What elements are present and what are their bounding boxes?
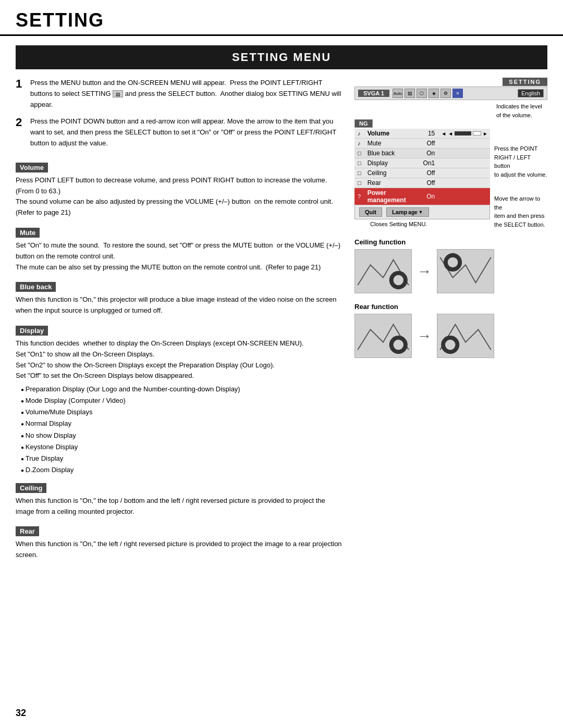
menu-bar-volume: ◄ ◄ ► (438, 129, 490, 139)
page-title: SETTING (16, 9, 547, 31)
annotation-level-row: Indicates the levelof the volume. (354, 101, 547, 119)
display-bullet-list: Preparation Display (Our Logo and the Nu… (21, 384, 344, 476)
lamp-button[interactable]: Lamp age ▼ (386, 207, 429, 217)
bullet-noshow: No show Display (21, 430, 344, 441)
menu-row-display: □ Display On1 (354, 158, 490, 168)
menu-icon-display: □ (354, 158, 364, 168)
menu-name-display: Display (364, 158, 420, 168)
ceiling-arrow: → (417, 263, 432, 280)
menu-icon-mute: ♪ (354, 139, 364, 149)
quit-button[interactable]: Quit (359, 207, 382, 217)
mute-section: Mute Set "On" to mute the sound. To rest… (16, 220, 344, 273)
menu-icon-ceiling: □ (354, 168, 364, 178)
menu-name-rear: Rear (364, 178, 420, 188)
setting-menu-title: SETTING MENU (16, 45, 547, 69)
display-section: Display This function decides whether to… (16, 318, 344, 476)
menu-and-annotations: ♪ Volume 15 ◄ ◄ ► (354, 129, 547, 229)
bullet-keystone: Keystone Display (21, 441, 344, 453)
menu-name-ceiling: Ceiling (364, 168, 420, 178)
volume-body: Press POINT LEFT button to decrease volu… (16, 175, 344, 218)
menu-icon-rear: □ (354, 178, 364, 188)
ceiling-before-image (354, 249, 412, 293)
menu-table: ♪ Volume 15 ◄ ◄ ► (354, 129, 490, 205)
blue-back-label: Blue back (16, 282, 56, 292)
toolbar-source: SVGA 1 (358, 90, 389, 97)
menu-value-blueback: On (420, 149, 438, 158)
blue-back-section: Blue back When this function is "On," th… (16, 275, 344, 316)
rear-after-svg (437, 314, 494, 357)
rear-body: When this function is "On," the left / r… (16, 539, 344, 561)
left-column: 1 Press the MENU button and the ON-SCREE… (16, 78, 344, 563)
toolbar-icon-auto: Auto (393, 89, 403, 98)
step-2: 2 Press the POINT DOWN button and a red-… (16, 116, 344, 149)
menu-name-blueback: Blue back (364, 149, 420, 158)
ceiling-label: Ceiling (16, 483, 46, 493)
menu-value-ceiling: Off (420, 168, 438, 178)
volume-bar: ◄ ◄ ► (441, 131, 488, 137)
menu-empty-blueback (438, 149, 490, 158)
svg-rect-3 (437, 250, 493, 293)
vol-empty (473, 131, 481, 135)
vol-fill (455, 131, 471, 135)
menu-value-display: On1 (420, 158, 438, 168)
rear-function-section: Rear function → (354, 303, 547, 358)
ceiling-before-svg (355, 250, 411, 293)
closes-setting-menu: Closes Setting MENU. (370, 221, 490, 227)
menu-empty-mute (438, 139, 490, 149)
display-body: This function decides whether to display… (16, 338, 344, 381)
annotation-level-text: Indicates the levelof the volume. (496, 101, 542, 119)
display-label: Display (16, 326, 48, 336)
volume-section: Volume Press POINT LEFT button to decrea… (16, 155, 344, 218)
menu-row-power: ? Power management On (354, 188, 490, 205)
vol-arrow-left2: ◄ (448, 131, 453, 137)
annotation-level-spacer (354, 101, 496, 119)
menu-table-container: ♪ Volume 15 ◄ ◄ ► (354, 129, 490, 227)
annotation-adjust-text: Press the POINT RIGHT / LEFT button to a… (494, 144, 547, 179)
main-content: 1 Press the MENU button and the ON-SCREE… (0, 78, 563, 563)
toolbar-icon-4: ⚙ (440, 89, 451, 98)
menu-icon-volume: ♪ (354, 129, 364, 139)
svg-point-8 (394, 340, 404, 350)
step-2-text: Press the POINT DOWN button and a red-ar… (30, 116, 344, 149)
volume-label: Volume (16, 163, 48, 172)
step-2-number: 2 (16, 116, 26, 149)
rear-arrow: → (417, 328, 432, 344)
bullet-mode: Mode Display (Computer / Video) (21, 395, 344, 406)
toolbar-icon-3: ◈ (429, 89, 439, 98)
page-header: SETTING (0, 0, 563, 36)
rear-before-svg (355, 314, 411, 357)
menu-value-mute: Off (420, 139, 438, 149)
menu-icon-power: ? (354, 188, 364, 205)
menu-bottom-buttons: Quit Lamp age ▼ (354, 205, 490, 219)
menu-row-ceiling: □ Ceiling Off (354, 168, 490, 178)
menu-name-volume: Volume (364, 129, 420, 139)
menu-value-rear: Off (420, 178, 438, 188)
bullet-true: True Display (21, 453, 344, 464)
menu-row-blueback: □ Blue back On (354, 149, 490, 158)
menu-empty-power (438, 188, 490, 205)
menu-row-rear: □ Rear Off (354, 178, 490, 188)
step-1-text: Press the MENU button and the ON-SCREEN … (30, 78, 344, 110)
toolbar-lang: English (518, 89, 544, 97)
svg-point-11 (445, 340, 456, 350)
step-1: 1 Press the MENU button and the ON-SCREE… (16, 78, 344, 110)
annotation-adjust: Press the POINT RIGHT / LEFT button to a… (490, 129, 547, 229)
menu-name-power: Power management (364, 188, 420, 205)
menu-value-volume: 15 (420, 129, 438, 139)
setting-ui: SETTING SVGA 1 Auto ▤ ⬡ ◈ ⚙ ≡ English In… (354, 78, 547, 229)
bullet-preparation: Preparation Display (Our Logo and the Nu… (21, 384, 344, 395)
menu-empty-ceiling (438, 168, 490, 178)
setting-ui-toolbar: SVGA 1 Auto ▤ ⬡ ◈ ⚙ ≡ English (354, 87, 547, 100)
menu-empty-display (438, 158, 490, 168)
vol-arrow-right: ► (483, 131, 488, 137)
toolbar-icon-2: ⬡ (417, 89, 427, 98)
toolbar-icon-5: ≡ (452, 89, 463, 98)
rear-section: Rear When this function is "On," the lef… (16, 519, 344, 561)
ceiling-after-image (437, 249, 494, 293)
rear-function-title: Rear function (354, 303, 547, 311)
lamp-arrow: ▼ (419, 209, 423, 215)
right-column: SETTING SVGA 1 Auto ▤ ⬡ ◈ ⚙ ≡ English In… (354, 78, 547, 563)
page-number: 32 (16, 708, 26, 719)
step-1-number: 1 (16, 78, 26, 110)
menu-icon-blueback: □ (354, 149, 364, 158)
